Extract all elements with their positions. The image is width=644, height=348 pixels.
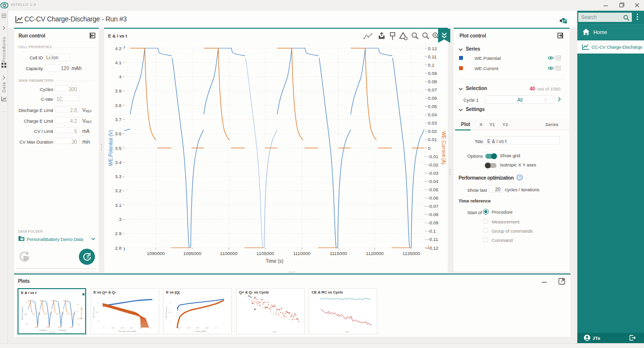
svg-text:3.9: 3.9: [115, 88, 121, 93]
svg-text:Cycle: Cycle: [345, 331, 350, 333]
svg-text:WE.Potential (V): WE.Potential (V): [166, 306, 167, 318]
svg-text:0.05: 0.05: [428, 104, 437, 109]
svg-text:0.02: 0.02: [111, 327, 114, 329]
svg-text:-0.09: -0.09: [428, 220, 439, 225]
svg-text:3: 3: [26, 323, 28, 325]
svg-text:-0.1: -0.1: [428, 228, 436, 234]
svg-text:4: 4: [26, 301, 28, 303]
svg-text:0.12: 0.12: [428, 46, 437, 51]
svg-text:0.03: 0.03: [428, 120, 437, 126]
svg-text:3.5: 3.5: [168, 311, 171, 313]
svg-text:3: 3: [119, 217, 121, 222]
svg-text:-0.03: -0.03: [428, 170, 439, 176]
svg-text:0: 0: [428, 146, 430, 151]
svg-text:4.2: 4.2: [115, 46, 121, 51]
svg-text:0.1: 0.1: [149, 327, 151, 329]
svg-text:0.07: 0.07: [428, 87, 437, 92]
svg-text:-0.12: -0.12: [428, 245, 439, 251]
svg-text:0.11: 0.11: [428, 54, 437, 59]
svg-text:Time (s): Time (s): [266, 258, 283, 264]
svg-text:0: 0: [103, 327, 104, 329]
svg-text:0.04: 0.04: [121, 327, 124, 329]
svg-text:3.3: 3.3: [115, 174, 121, 179]
svg-text:3.5: 3.5: [24, 313, 27, 315]
svg-text:1090000: 1090000: [147, 251, 165, 256]
svg-text:0.06: 0.06: [130, 327, 133, 329]
svg-text:Cycle: Cycle: [273, 331, 277, 333]
svg-text:?: ?: [518, 175, 521, 180]
svg-text:|Capacity (Ah)|: |Capacity (Ah)|: [195, 330, 206, 332]
svg-text:0.1: 0.1: [215, 327, 218, 329]
svg-text:0.08: 0.08: [139, 327, 142, 329]
svg-text:-0.01: -0.01: [428, 154, 439, 159]
svg-text:-0.05: -0.05: [428, 187, 439, 192]
svg-text:3.8: 3.8: [115, 103, 121, 108]
svg-text:-0.07: -0.07: [428, 203, 439, 209]
svg-text:0.1: 0.1: [77, 304, 79, 306]
svg-text:-0.06: -0.06: [428, 195, 439, 201]
svg-text:0.08: 0.08: [428, 79, 437, 84]
svg-text:4.1: 4.1: [115, 60, 121, 65]
svg-text:-0.11: -0.11: [428, 237, 438, 242]
svg-text:3.5: 3.5: [115, 146, 121, 151]
svg-text:0.02: 0.02: [428, 128, 437, 134]
svg-text:1115000: 1115000: [330, 251, 347, 256]
svg-text:3: 3: [97, 321, 98, 323]
svg-text:1100000: 1100000: [220, 251, 238, 256]
svg-text:4: 4: [170, 302, 171, 304]
svg-text:3.6: 3.6: [115, 131, 121, 136]
svg-text:0.08: 0.08: [205, 327, 208, 329]
svg-text:1100000: 1100000: [39, 329, 47, 331]
svg-text:0.09: 0.09: [428, 71, 437, 76]
svg-text:-0.04: -0.04: [428, 179, 439, 184]
svg-text:-0.02: -0.02: [428, 162, 439, 167]
svg-text:0.01: 0.01: [428, 137, 437, 142]
svg-text:Discharge capacity (Ah): Discharge capacity (Ah): [118, 330, 136, 332]
svg-text:Time (s): Time (s): [49, 331, 55, 333]
svg-text:-0.05: -0.05: [77, 318, 81, 320]
svg-text:0.04: 0.04: [428, 112, 437, 117]
svg-text:3.2: 3.2: [115, 188, 121, 193]
svg-text:WE.Current (A): WE.Current (A): [441, 131, 446, 165]
svg-text:0.02: 0.02: [178, 327, 181, 329]
svg-text:0.04: 0.04: [187, 327, 190, 329]
svg-text:1120000: 1120000: [58, 329, 66, 331]
svg-text:WE.Potential (V): WE.Potential (V): [108, 130, 113, 166]
svg-text:4: 4: [119, 74, 121, 79]
svg-text:3.4: 3.4: [115, 160, 121, 165]
svg-text:WE.Potential (V): WE.Potential (V): [93, 306, 95, 318]
svg-text:1095000: 1095000: [184, 251, 202, 256]
svg-text:1110000: 1110000: [293, 251, 311, 256]
svg-text:0.06: 0.06: [196, 327, 199, 329]
svg-text:0: 0: [77, 311, 78, 312]
svg-text:-0.1: -0.1: [77, 324, 80, 326]
svg-text:0.1: 0.1: [428, 62, 434, 68]
svg-text:2.9: 2.9: [115, 231, 121, 236]
svg-text:1120000: 1120000: [366, 251, 384, 256]
svg-text:1105000: 1105000: [257, 251, 274, 256]
svg-text:0.06: 0.06: [428, 95, 437, 101]
svg-text:2.8: 2.8: [115, 245, 121, 251]
svg-text:4: 4: [97, 302, 98, 304]
svg-text:3.1: 3.1: [115, 202, 121, 208]
svg-text:WE.Potential (V): WE.Potential (V): [21, 307, 23, 320]
svg-text:★: ★: [81, 292, 85, 297]
svg-text:1125000: 1125000: [403, 251, 420, 256]
svg-text:3: 3: [170, 321, 171, 323]
svg-text:-0.08: -0.08: [428, 212, 439, 217]
svg-text:3.7: 3.7: [115, 117, 121, 122]
svg-text:3.5: 3.5: [96, 311, 98, 313]
svg-text:WE.Current (A): WE.Current (A): [80, 308, 82, 320]
